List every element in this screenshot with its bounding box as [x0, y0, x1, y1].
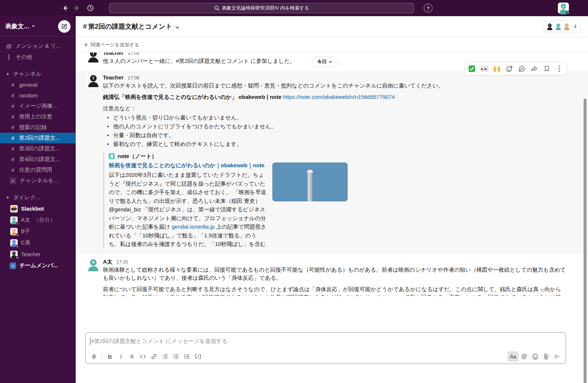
forward-arrow-icon: [531, 65, 538, 72]
sidebar-channel-session4[interactable]: #第4回の課題文...: [0, 154, 76, 165]
member-avatar: A: [555, 23, 562, 30]
italic-button[interactable]: I: [115, 351, 126, 362]
dm-c-mi[interactable]: C C美: [0, 237, 76, 248]
react-eyes-button[interactable]: [478, 63, 491, 74]
sidebar-channel-questions[interactable]: #任意の質問用: [0, 165, 76, 175]
mention-button[interactable]: @: [519, 351, 530, 362]
send-button[interactable]: [552, 351, 563, 362]
channel-label: random: [19, 92, 38, 99]
sidebar-channel-image[interactable]: #イメージ画像...: [0, 101, 76, 111]
reply-in-thread-button[interactable]: [516, 63, 528, 74]
channel-label: 第2回の課題文...: [19, 135, 60, 142]
sidebar-channel-session2-selected[interactable]: #第2回の課題文...: [0, 133, 76, 143]
ordered-list-button[interactable]: 12: [159, 351, 171, 362]
link-button[interactable]: [148, 351, 159, 362]
teacher-avatar[interactable]: T: [87, 53, 100, 62]
bullet-list-icon: [173, 354, 179, 359]
arrow-left-icon: [62, 5, 69, 11]
react-raised-hands-button[interactable]: [491, 63, 503, 74]
teacher-message: T Teacher 17:08 以下のテキストを読んで、次回授業日の前日までに感…: [76, 71, 588, 254]
bullet-list-button[interactable]: [171, 351, 182, 362]
account-avatar[interactable]: A: [558, 3, 569, 14]
message-composer[interactable]: #第2回の課題文献とコメント にメッセージを送信する B I S 12: [85, 332, 566, 364]
dm-b-ko[interactable]: B B子: [0, 226, 76, 237]
timestamp[interactable]: 17:05: [128, 53, 139, 56]
sidebar-channel-random[interactable]: #random: [0, 90, 76, 101]
avatar-head: A: [561, 4, 566, 9]
channel-title-button[interactable]: # 第2回の課題文献とコメント: [83, 22, 180, 31]
strikethrough-button[interactable]: S: [126, 351, 137, 362]
history-button[interactable]: [85, 3, 96, 14]
shortcuts-button[interactable]: [89, 351, 100, 362]
show-formatting-button[interactable]: Aa: [508, 351, 519, 362]
author-name[interactable]: A太: [103, 258, 112, 265]
author-name[interactable]: Teacher: [103, 53, 123, 56]
toolbar-divider: [102, 353, 102, 360]
sidebar-item-more[interactable]: その他: [0, 51, 76, 62]
add-channel-button[interactable]: +チャンネルを...: [0, 175, 76, 186]
add-page-button[interactable]: 関連ページを追加する: [84, 42, 139, 48]
react-check-button[interactable]: [466, 63, 478, 74]
sidebar-item-mentions[interactable]: @ メンション & リ...: [0, 40, 76, 51]
composer-input[interactable]: #第2回の課題文献とコメント にメッセージを送信する: [86, 333, 566, 350]
author-name[interactable]: Teacher: [103, 74, 123, 80]
channel-members-button[interactable]: T A B 4: [544, 21, 581, 32]
send-icon: [554, 354, 560, 359]
new-message-button[interactable]: [58, 20, 71, 33]
hash-icon: #: [10, 167, 15, 173]
unfurl-inline-link[interactable]: gendai.ismedia.jp: [172, 223, 215, 230]
add-reaction-button[interactable]: [503, 63, 516, 74]
search-text: 表象文化論特殊研究演習IV 内を検索する: [222, 5, 309, 11]
code-block-button[interactable]: [193, 351, 204, 362]
citation-link[interactable]: https://note.com/obakeweb/n/n156d9577907…: [283, 94, 395, 100]
add-teammates-label: チームメンバ...: [19, 262, 58, 269]
timestamp[interactable]: 17:08: [128, 75, 139, 80]
channels-section-header[interactable]: ▼ チャンネル: [0, 68, 76, 79]
thread-icon: [518, 65, 526, 72]
dm-a-ta-self[interactable]: A A太 （自分）: [0, 214, 76, 226]
chevron-down-icon: ▼: [6, 72, 10, 76]
blockquote-button[interactable]: [182, 351, 193, 362]
channel-label: 第3回の課題文...: [19, 145, 60, 152]
attach-file-button[interactable]: [541, 351, 552, 362]
dm-teacher[interactable]: T Teacher: [0, 248, 76, 260]
bold-button[interactable]: B: [104, 351, 115, 362]
more-actions-button[interactable]: [553, 63, 566, 74]
search-input[interactable]: 表象文化論特殊研究演習IV 内を検索する: [109, 3, 414, 13]
save-for-later-button[interactable]: [541, 63, 553, 74]
date-label: 今日: [317, 58, 327, 65]
date-divider-button[interactable]: 今日: [312, 56, 338, 67]
code-button[interactable]: [137, 351, 148, 362]
a-ta-message: A A太 17:20 映画体験として総称される様々な要素には、回復可能であるもの…: [76, 257, 588, 296]
dm-self-suffix: （自分）: [33, 216, 55, 223]
sidebar-channel-session3[interactable]: #第3回の課題文...: [0, 143, 76, 154]
emoji-button[interactable]: [530, 351, 541, 362]
dm-section-header[interactable]: ▼ ダイレク...: [0, 192, 76, 203]
share-message-button[interactable]: [528, 63, 541, 74]
scrollbar-thumb[interactable]: [584, 99, 587, 383]
note-site-icon: [109, 153, 115, 159]
bookmark-icon: [544, 65, 550, 72]
history-forward-button[interactable]: [71, 3, 82, 14]
sidebar-channel-usage-notes[interactable]: #使用上の注意: [0, 111, 76, 122]
unfurl-title-link[interactable]: 映画を倍速で見ることのなにがわるいのか｜obakeweb｜note: [109, 161, 268, 169]
history-back-button[interactable]: [60, 3, 71, 14]
channels-section-label: チャンネル: [13, 71, 42, 78]
teacher-avatar[interactable]: T: [87, 74, 100, 87]
add-channel-label: チャンネルを...: [20, 177, 58, 184]
add-teammates-button[interactable]: + チームメンバ...: [0, 260, 76, 271]
timestamp[interactable]: 17:20: [116, 259, 128, 265]
dots-vertical-icon: [6, 54, 12, 60]
help-button[interactable]: ?: [424, 4, 433, 12]
plus-icon: +: [10, 262, 16, 269]
unfurl-thumbnail-image[interactable]: [272, 162, 348, 201]
sidebar-channel-class-records[interactable]: #授業の記録: [0, 122, 76, 133]
workspace-chevron-down-icon[interactable]: [31, 24, 35, 28]
arrow-right-icon: [73, 5, 80, 11]
chevron-down-icon: ▼: [6, 196, 10, 200]
a-ta-avatar[interactable]: A: [87, 258, 100, 271]
top-bar: 表象文化論特殊研究演習IV 内を検索する ? A: [0, 0, 588, 16]
dm-slackbot[interactable]: Slackbot: [0, 203, 76, 214]
sidebar-channel-general[interactable]: #general: [0, 79, 76, 90]
workspace-name[interactable]: 表象文...: [5, 22, 29, 31]
